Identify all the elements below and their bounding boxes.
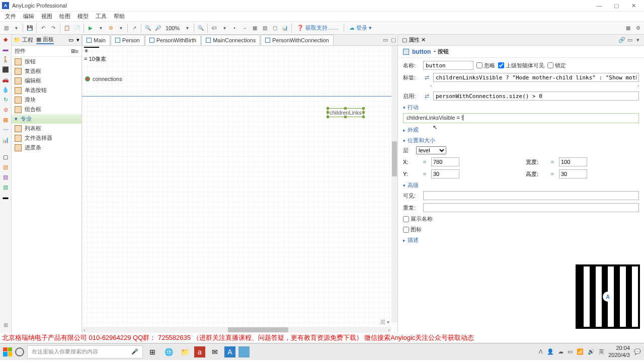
visible-input[interactable] bbox=[423, 191, 639, 200]
section-appearance[interactable]: 外观 bbox=[403, 126, 639, 134]
battery-icon[interactable]: ▭ bbox=[568, 348, 573, 355]
icon-checkbox[interactable] bbox=[403, 227, 409, 233]
task-view-icon[interactable]: ⊞ bbox=[146, 345, 159, 358]
debug-icon[interactable]: ⚙ bbox=[106, 24, 115, 33]
action-code-input[interactable]: childrenLinksVisible = ! bbox=[403, 113, 639, 123]
dropdown-icon[interactable]: ▾ bbox=[183, 24, 192, 33]
minimize-icon[interactable]: ▭ bbox=[381, 37, 389, 43]
section-description[interactable]: 描述 bbox=[403, 236, 639, 244]
menu-tools[interactable]: 工具 bbox=[92, 13, 110, 20]
close-button[interactable]: ✕ bbox=[625, 1, 642, 11]
dropdown-icon[interactable]: ▾ bbox=[12, 24, 21, 33]
cat-icon[interactable]: ▬ bbox=[2, 194, 10, 202]
cat-icon[interactable]: 🚶 bbox=[2, 56, 10, 64]
tab-properties[interactable]: ▢ 属性 ✕ bbox=[400, 36, 428, 44]
palette-item[interactable]: 进度条 bbox=[12, 143, 82, 152]
cat-icon[interactable]: 🚗 bbox=[2, 76, 10, 84]
cat-icon[interactable]: ▦ bbox=[2, 117, 10, 125]
section-position[interactable]: 位置和大小 bbox=[403, 137, 639, 144]
minimize-button[interactable]: — bbox=[591, 1, 608, 11]
link-icon[interactable]: 🔗 bbox=[618, 37, 626, 43]
editor-tab[interactable]: PersonWithConnection bbox=[261, 35, 334, 45]
layers2-icon[interactable]: ▧ bbox=[260, 24, 269, 33]
perspective2-icon[interactable]: ⚙ bbox=[633, 24, 642, 33]
cat-icon[interactable]: ◆ bbox=[2, 36, 10, 44]
tag-input[interactable] bbox=[433, 73, 639, 82]
ime-icon[interactable]: 英 bbox=[599, 348, 604, 355]
cat-icon[interactable]: ▬ bbox=[2, 46, 10, 54]
tab-palette[interactable]: ▦ 面板 bbox=[36, 36, 54, 44]
width-input[interactable] bbox=[559, 157, 587, 166]
name-input[interactable] bbox=[423, 61, 473, 70]
menu-file[interactable]: 文件 bbox=[2, 13, 20, 20]
editor-tab[interactable]: MainConnections bbox=[201, 35, 260, 45]
palette-item[interactable]: 滑块 bbox=[12, 95, 82, 105]
cortana-icon[interactable] bbox=[15, 347, 24, 356]
cat-icon[interactable]: ⊞ bbox=[2, 322, 10, 330]
paste-icon[interactable]: 📄 bbox=[72, 24, 82, 33]
palette-item[interactable]: 单选按钮 bbox=[12, 85, 82, 95]
editor-tab[interactable]: Main bbox=[82, 35, 110, 45]
canvas[interactable]: ✳= 10像素 connections childrenLinks ‹› 层 ▾ bbox=[82, 46, 397, 333]
clock[interactable]: 20:042020/4/3 bbox=[608, 345, 630, 358]
list-icon[interactable]: ≡ bbox=[75, 48, 78, 54]
zoom-in-icon[interactable]: 🔎 bbox=[153, 24, 163, 33]
dim-icon[interactable]: ▢ bbox=[270, 24, 279, 33]
section-action[interactable]: 行动 bbox=[403, 104, 639, 111]
save-icon[interactable]: 💾 bbox=[25, 24, 34, 33]
dropdown-icon[interactable]: ▾ bbox=[116, 24, 125, 33]
explorer-icon[interactable]: 📁 bbox=[178, 345, 191, 358]
dynamic-icon[interactable]: = bbox=[421, 159, 428, 165]
replicate-input[interactable] bbox=[423, 203, 639, 212]
x-input[interactable] bbox=[431, 157, 459, 166]
palette-item[interactable]: 文件选择器 bbox=[12, 133, 82, 143]
app-icon[interactable]: a bbox=[194, 346, 205, 357]
search-icon[interactable]: 🔍 bbox=[196, 24, 205, 33]
start-button[interactable] bbox=[3, 347, 12, 356]
selected-button-element[interactable]: childrenLinks bbox=[328, 108, 364, 117]
cat-icon[interactable]: ▧ bbox=[2, 174, 10, 182]
dynamic-icon[interactable]: = bbox=[549, 159, 556, 165]
tab-project[interactable]: 📁 工程 bbox=[14, 36, 33, 44]
palette-item[interactable]: 列表框 bbox=[12, 124, 82, 133]
cat-icon[interactable]: ▧ bbox=[2, 184, 10, 192]
agent-visible-checkbox[interactable] bbox=[498, 62, 504, 68]
minimize-icon[interactable]: ▭ bbox=[626, 37, 634, 43]
cat-icon[interactable]: 💧 bbox=[2, 86, 10, 95]
horizontal-scrollbar[interactable]: ‹› bbox=[82, 327, 391, 333]
editor-tab[interactable]: PersonWithBirth bbox=[145, 35, 201, 45]
menu-icon[interactable]: ▾ bbox=[634, 37, 642, 43]
cat-icon[interactable]: ⬛ bbox=[2, 66, 10, 74]
anylogic-icon[interactable]: A bbox=[224, 346, 235, 357]
palette-section[interactable]: ▾专业 bbox=[12, 114, 82, 124]
dynamic-icon[interactable]: = bbox=[421, 171, 428, 177]
notifications-icon[interactable]: 💬 bbox=[634, 348, 641, 355]
tray-icon[interactable]: ᐱ bbox=[539, 348, 543, 355]
palette-item[interactable]: 编辑框 bbox=[12, 76, 82, 85]
ignore-checkbox[interactable] bbox=[476, 62, 482, 68]
section-advanced[interactable]: 高级 bbox=[403, 182, 639, 189]
layer-select[interactable]: level bbox=[416, 146, 446, 154]
dynamic-icon[interactable]: ⇄ bbox=[423, 74, 430, 81]
tag-icon[interactable]: 🏷 bbox=[210, 24, 219, 33]
zoom-level[interactable]: 100% bbox=[164, 25, 182, 31]
get-support-button[interactable]: ❓获取支持…… bbox=[294, 24, 342, 32]
cat-icon[interactable]: ▧ bbox=[2, 164, 10, 172]
dropdown-icon[interactable]: ▾ bbox=[220, 24, 229, 33]
cat-icon[interactable]: 📊 bbox=[2, 137, 10, 145]
maximize-button[interactable]: ▢ bbox=[608, 1, 625, 11]
onedrive-icon[interactable]: ☁ bbox=[558, 348, 564, 355]
show-name-checkbox[interactable] bbox=[403, 216, 409, 222]
zoom-out-icon[interactable]: 🔍 bbox=[143, 24, 152, 33]
cat-icon[interactable]: 〰 bbox=[2, 127, 10, 135]
maximize-icon[interactable]: ▢ bbox=[389, 37, 397, 43]
grid-icon[interactable]: ⊞ bbox=[71, 48, 75, 54]
editor-tab[interactable]: Person bbox=[111, 35, 144, 45]
palette-item[interactable]: 复选框 bbox=[12, 66, 82, 76]
taskbar-search[interactable]: 在这里输入你要搜索的内容🎤 bbox=[27, 345, 143, 358]
menu-view[interactable]: 视图 bbox=[38, 13, 56, 20]
perspective-icon[interactable]: ▦ bbox=[623, 24, 632, 33]
layers-icon[interactable]: ▦ bbox=[250, 24, 259, 33]
cat-icon[interactable]: ↻ bbox=[2, 97, 10, 105]
connections-node[interactable]: connections bbox=[85, 76, 122, 82]
